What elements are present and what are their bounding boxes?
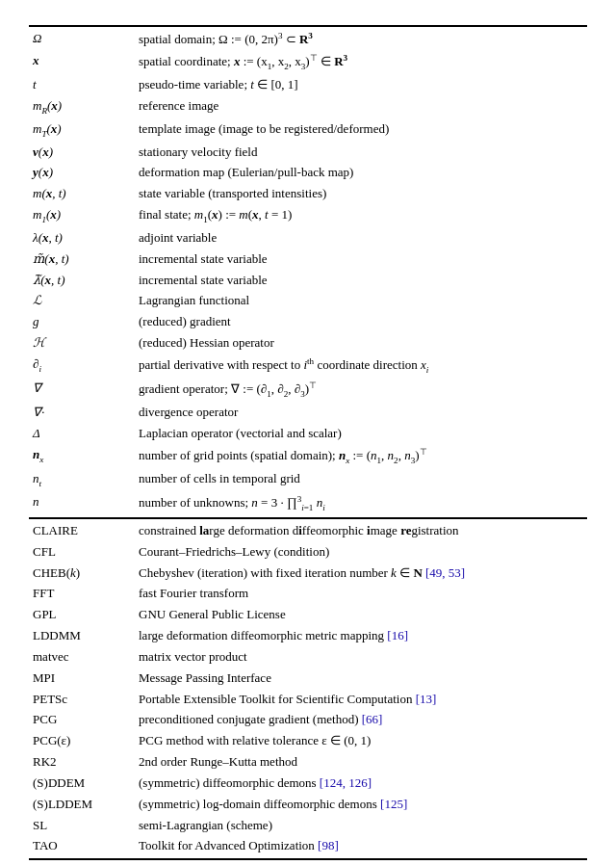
notation-table: Ωspatial domain; Ω := (0, 2π)3 ⊂ R3xspat… [29,25,587,860]
symbol-cell: nt [29,468,135,491]
table-row: (S)DDEM(symmetric) diffeomorphic demons … [29,773,587,794]
abbr-desc-cell: preconditioned conjugate gradient (metho… [135,710,587,731]
table-row: ∇gradient operator; ∇ := (∂1, ∂2, ∂3)⊤ [29,379,587,403]
abbr-desc-cell: constrained large deformation diffeomorp… [135,518,587,541]
symbol-cell: Δ [29,424,135,445]
desc-cell: Lagrangian functional [135,291,587,312]
abbr-symbol-cell: SL [29,815,135,836]
symbol-cell: ∇· [29,403,135,424]
symbol-cell: Ω [29,26,135,51]
desc-cell: Laplacian operator (vectorial and scalar… [135,424,587,445]
table-row: GPLGNU General Public License [29,605,587,626]
table-row: λ̃(x, t)incremental state variable [29,270,587,291]
abbr-desc-cell: Toolkit for Advanced Optimization [98] [135,836,587,859]
table-row: (S)LDDEM(symmetric) log-domain diffeomor… [29,794,587,815]
table-row: mR(x)reference image [29,96,587,119]
abbr-desc-cell: Courant–Friedrichs–Lewy (condition) [135,541,587,563]
desc-cell: adjoint variable [135,227,587,249]
symbol-cell: m̃(x, t) [29,249,135,270]
table-row: m(x, t)state variable (transported inten… [29,184,587,205]
table-row: y(x)deformation map (Eulerian/pull-back … [29,163,587,184]
abbr-symbol-cell: FFT [29,584,135,605]
table-row: CFLCourant–Friedrichs–Lewy (condition) [29,541,587,563]
abbr-desc-cell: (symmetric) diffeomorphic demons [124, 1… [135,773,587,794]
abbr-symbol-cell: (S)DDEM [29,773,135,794]
table-row: CHEB(k)Chebyshev (iteration) with fixed … [29,563,587,584]
symbol-cell: λ(x, t) [29,227,135,249]
table-row: g(reduced) gradient [29,312,587,333]
symbol-cell: mR(x) [29,96,135,119]
table-row: LDDMMlarge deformation diffeomorphic met… [29,626,587,647]
table-row: ntnumber of cells in temporal grid [29,468,587,491]
table-row: FFTfast Fourier transform [29,584,587,605]
desc-cell: number of unknowns; n = 3 · ∏3i=1 ni [135,491,587,518]
abbr-desc-cell: 2nd order Runge–Kutta method [135,752,587,773]
symbol-cell: ℒ [29,291,135,312]
desc-cell: partial derivative with respect to ith c… [135,354,587,379]
table-row: mT(x)template image (image to be registe… [29,118,587,142]
abbr-desc-cell: Chebyshev (iteration) with fixed iterati… [135,563,587,584]
desc-cell: gradient operator; ∇ := (∂1, ∂2, ∂3)⊤ [135,379,587,403]
table-row: RK22nd order Runge–Kutta method [29,752,587,773]
symbol-cell: y(x) [29,163,135,184]
abbr-desc-cell: PCG method with relative tolerance ε ∈ (… [135,731,587,752]
symbol-cell: ℋ [29,333,135,354]
table-row: ℋ(reduced) Hessian operator [29,333,587,354]
table-row: Ωspatial domain; Ω := (0, 2π)3 ⊂ R3 [29,26,587,51]
table-row: nnumber of unknowns; n = 3 · ∏3i=1 ni [29,491,587,518]
desc-cell: final state; m1(x) := m(x, t = 1) [135,205,587,228]
table-row: v(x)stationary velocity field [29,142,587,163]
abbr-desc-cell: Message Passing Interface [135,668,587,689]
abbr-desc-cell: large deformation diffeomorphic metric m… [135,626,587,647]
table-row: xspatial coordinate; x := (x1, x2, x3)⊤ … [29,51,587,75]
desc-cell: divergence operator [135,403,587,424]
abbr-symbol-cell: RK2 [29,752,135,773]
symbol-cell: ∂i [29,354,135,379]
desc-cell: pseudo-time variable; t ∈ [0, 1] [135,75,587,96]
table-row: tpseudo-time variable; t ∈ [0, 1] [29,75,587,96]
symbol-cell: v(x) [29,142,135,163]
abbr-desc-cell: semi-Lagrangian (scheme) [135,815,587,836]
abbr-desc-cell: (symmetric) log-domain diffeomorphic dem… [135,794,587,815]
table-row: TAOToolkit for Advanced Optimization [98… [29,836,587,859]
symbol-cell: m1(x) [29,205,135,228]
symbol-cell: x [29,51,135,75]
abbr-symbol-cell: GPL [29,605,135,626]
table-row: PCGpreconditioned conjugate gradient (me… [29,710,587,731]
table-row: ∂ipartial derivative with respect to ith… [29,354,587,379]
abbr-symbol-cell: CHEB(k) [29,563,135,584]
symbol-cell: ∇ [29,379,135,403]
table-row: PETScPortable Extensible Toolkit for Sci… [29,689,587,710]
symbol-cell: n [29,491,135,518]
desc-cell: state variable (transported intensities) [135,184,587,205]
symbol-cell: nx [29,444,135,468]
desc-cell: number of grid points (spatial domain); … [135,444,587,468]
desc-cell: incremental state variable [135,249,587,270]
table-row: m̃(x, t)incremental state variable [29,249,587,270]
desc-cell: (reduced) Hessian operator [135,333,587,354]
table-row: matvecmatrix vector product [29,646,587,668]
desc-cell: spatial coordinate; x := (x1, x2, x3)⊤ ∈… [135,51,587,75]
symbol-cell: g [29,312,135,333]
symbol-cell: λ̃(x, t) [29,270,135,291]
abbr-symbol-cell: (S)LDDEM [29,794,135,815]
desc-cell: deformation map (Eulerian/pull-back map) [135,163,587,184]
table-row: m1(x)final state; m1(x) := m(x, t = 1) [29,205,587,228]
desc-cell: spatial domain; Ω := (0, 2π)3 ⊂ R3 [135,26,587,51]
symbol-cell: m(x, t) [29,184,135,205]
desc-cell: incremental state variable [135,270,587,291]
table-row: ℒLagrangian functional [29,291,587,312]
abbr-symbol-cell: PCG [29,710,135,731]
table-row: CLAIREconstrained large deformation diff… [29,518,587,541]
desc-cell: template image (image to be registered/d… [135,118,587,142]
abbr-symbol-cell: TAO [29,836,135,859]
abbr-desc-cell: GNU General Public License [135,605,587,626]
table-row: ΔLaplacian operator (vectorial and scala… [29,424,587,445]
symbol-cell: mT(x) [29,118,135,142]
abbr-desc-cell: fast Fourier transform [135,584,587,605]
abbr-desc-cell: matrix vector product [135,646,587,668]
abbr-symbol-cell: MPI [29,668,135,689]
table-row: SLsemi-Lagrangian (scheme) [29,815,587,836]
table-row: ∇·divergence operator [29,403,587,424]
symbol-cell: t [29,75,135,96]
